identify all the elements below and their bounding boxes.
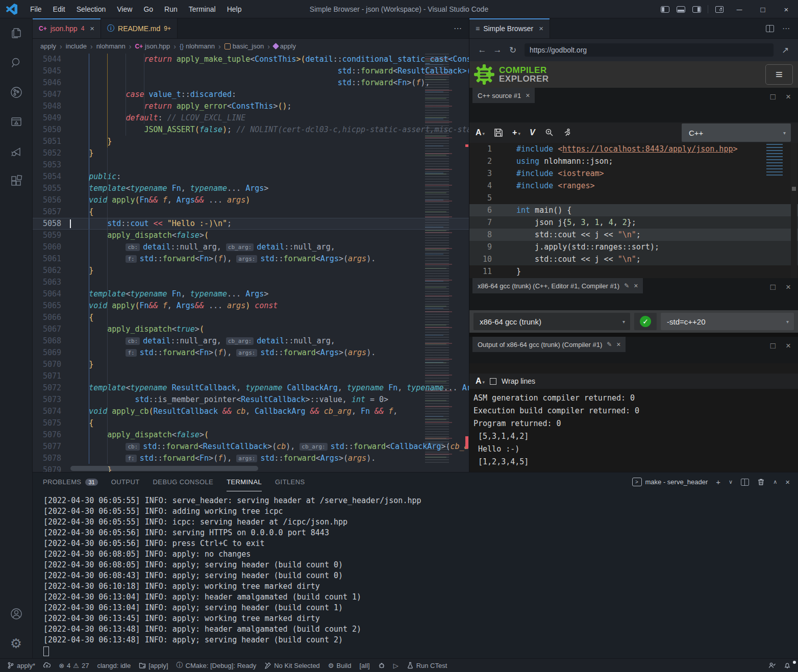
maximize-panel-icon[interactable]: ∧	[773, 479, 777, 485]
close-panel-icon[interactable]: ×	[785, 478, 790, 486]
maximize-pane-icon[interactable]: □	[770, 92, 776, 102]
url-input[interactable]: https://godbolt.org	[525, 43, 774, 57]
breadcrumb-item-file[interactable]: C+json.hpp	[135, 42, 170, 50]
tab-terminal[interactable]: TERMINAL	[227, 472, 262, 491]
status-problems[interactable]: ⊗ 4 ⚠ 27	[55, 659, 93, 672]
horizontal-scrollbar[interactable]	[70, 466, 258, 471]
minimize-button[interactable]: ─	[728, 0, 751, 18]
breadcrumb-item[interactable]: nlohmann	[96, 42, 126, 50]
status-folder[interactable]: [apply]	[135, 659, 172, 672]
rename-pane-icon[interactable]: ✎	[624, 282, 629, 289]
terminal-task-item[interactable]: > make - serve_header	[632, 478, 708, 486]
rename-pane-icon[interactable]: ✎	[607, 341, 612, 348]
nav-reload-icon[interactable]: ↻	[506, 45, 519, 56]
status-branch[interactable]: apply*	[3, 659, 39, 672]
close-pane-icon[interactable]: ×	[786, 92, 791, 102]
kill-terminal-trash-icon[interactable]	[757, 478, 765, 486]
run-and-debug-icon[interactable]	[0, 137, 33, 166]
code-editor[interactable]: 5044 return apply_make_tuple<ConstThis>(…	[33, 54, 469, 472]
accounts-icon[interactable]	[0, 599, 33, 629]
browser-actions-more-icon[interactable]: ⋯	[782, 24, 790, 33]
menu-view[interactable]: View	[111, 5, 138, 13]
menu-go[interactable]: Go	[138, 5, 159, 13]
close-pane-icon[interactable]: ×	[616, 340, 620, 349]
new-terminal-icon[interactable]: +	[716, 478, 720, 486]
ce-compiler-tab[interactable]: x86-64 gcc (trunk) (C++, Editor #1, Comp…	[472, 278, 643, 293]
status-build[interactable]: ⚙ Build	[324, 659, 356, 672]
ce-logo-text[interactable]: COMPILER EXPLORER	[499, 66, 549, 83]
vim-mode-icon[interactable]: V	[530, 128, 535, 137]
tab-json-hpp[interactable]: C+ json.hpp 4 ×	[33, 18, 101, 38]
close-tab-icon[interactable]: ×	[539, 24, 543, 33]
editor-actions-more-icon[interactable]: ⋯	[454, 23, 462, 33]
breadcrumb-item[interactable]: include	[66, 42, 87, 50]
close-pane-icon[interactable]: ×	[786, 341, 791, 351]
tab-readme-md[interactable]: ⓘ README.md 9+	[101, 18, 178, 38]
menu-run[interactable]: Run	[159, 5, 183, 13]
tab-simple-browser[interactable]: ≡ Simple Browser ×	[469, 18, 550, 38]
customize-layout-icon[interactable]	[715, 6, 724, 13]
breadcrumb-item-method[interactable]: apply	[273, 42, 296, 50]
font-size-icon[interactable]: A▾	[476, 377, 485, 386]
close-pane-icon[interactable]: ×	[786, 282, 791, 292]
toggle-secondary-sidebar-icon[interactable]	[692, 6, 701, 13]
notifications-bell-icon[interactable]	[780, 662, 795, 669]
maximize-pane-icon[interactable]: □	[770, 282, 776, 292]
status-debug[interactable]	[374, 659, 389, 672]
cmake-panel-icon[interactable]	[0, 107, 33, 137]
quick-bench-icon[interactable]	[563, 128, 572, 137]
compiler-select[interactable]: x86-64 gcc (trunk) ▾	[473, 313, 630, 330]
feedback-icon[interactable]	[764, 662, 780, 669]
compiler-explorer-logo-icon[interactable]	[473, 64, 495, 85]
explorer-icon[interactable]	[0, 18, 33, 48]
breadcrumb-item-class[interactable]: basic_json	[225, 42, 264, 50]
status-kit[interactable]: No Kit Selected	[260, 659, 324, 672]
menu-file[interactable]: File	[24, 5, 47, 13]
ce-minimap[interactable]	[766, 144, 786, 177]
split-editor-icon[interactable]	[766, 25, 774, 32]
terminal-dropdown-icon[interactable]: ∨	[729, 479, 733, 485]
ce-output-tab[interactable]: Output of x86-64 gcc (trunk) (Compiler #…	[472, 337, 626, 352]
ce-menu-hamburger-icon[interactable]: ≡	[765, 64, 793, 85]
maximize-button[interactable]: □	[751, 0, 775, 18]
font-size-icon[interactable]: A▾	[476, 128, 485, 137]
compiler-options-input[interactable]: -std=c++20 ▾	[661, 313, 794, 330]
status-build-target[interactable]: [all]	[355, 659, 373, 672]
status-clangd[interactable]: clangd: idle	[93, 659, 135, 672]
maximize-pane-icon[interactable]: □	[770, 341, 776, 351]
terminal-output[interactable]: [2022-04-30 06:05:55] INFO: serve_header…	[33, 491, 798, 656]
status-cmake[interactable]: ⓘ CMake: [Debug]: Ready	[172, 659, 261, 672]
close-window-button[interactable]: ×	[775, 0, 798, 18]
close-tab-icon[interactable]: ×	[90, 24, 94, 33]
tab-output[interactable]: OUTPUT	[111, 472, 140, 491]
extensions-icon[interactable]	[0, 166, 33, 196]
menu-edit[interactable]: Edit	[47, 5, 71, 13]
tab-problems[interactable]: PROBLEMS31	[43, 472, 98, 491]
open-external-icon[interactable]: ↗	[779, 45, 792, 56]
nav-back-icon[interactable]: ←	[476, 45, 489, 55]
ce-source-tab[interactable]: C++ source #1 ×	[472, 88, 535, 103]
settings-gear-icon[interactable]: ⚙	[0, 629, 33, 658]
source-control-icon[interactable]	[0, 78, 33, 107]
toggle-sidebar-icon[interactable]	[661, 6, 669, 13]
add-pane-icon[interactable]: +▾	[512, 128, 520, 137]
menu-terminal[interactable]: Terminal	[183, 5, 221, 13]
tab-gitlens[interactable]: GITLENS	[275, 472, 305, 491]
save-icon[interactable]	[494, 128, 503, 137]
menu-selection[interactable]: Selection	[71, 5, 112, 13]
wrap-lines-checkbox[interactable]	[490, 378, 496, 385]
language-select[interactable]: C++ ▾	[682, 123, 791, 142]
ce-source-editor[interactable]: 1#include <https://localhost:8443/apply/…	[469, 143, 798, 278]
breadcrumb-item-namespace[interactable]: {}nlohmann	[180, 42, 215, 50]
status-ctest[interactable]: Run CTest	[403, 659, 452, 672]
menu-help[interactable]: Help	[221, 5, 247, 13]
close-pane-icon[interactable]: ×	[526, 91, 530, 99]
status-sync[interactable]	[39, 659, 55, 672]
breadcrumb-item[interactable]: apply	[40, 42, 56, 50]
ce-scrollbar[interactable]	[791, 143, 797, 278]
cpp-insights-icon[interactable]	[544, 128, 554, 137]
toggle-panel-icon[interactable]	[677, 6, 685, 13]
search-icon[interactable]	[0, 48, 33, 78]
nav-forward-icon[interactable]: →	[491, 45, 504, 55]
split-terminal-icon[interactable]	[741, 479, 749, 486]
